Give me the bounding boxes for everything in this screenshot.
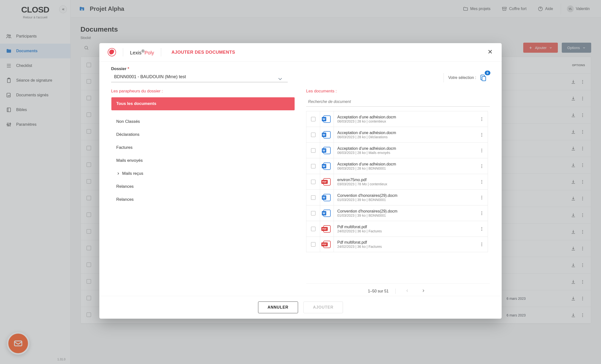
divider bbox=[161, 48, 161, 56]
doc-meta: 03/03/2023 | 78 Mo | contentieux bbox=[337, 182, 472, 186]
word-icon bbox=[323, 163, 331, 170]
document-list: Acceptation d'une adhésion.docm 06/03/20… bbox=[306, 111, 490, 283]
category-item[interactable]: Factures bbox=[111, 141, 295, 154]
doc-checkbox[interactable] bbox=[311, 195, 315, 200]
svg-rect-62 bbox=[482, 76, 486, 81]
svg-point-85 bbox=[482, 228, 482, 229]
doc-name: Pdf multiforat.pdf bbox=[337, 240, 472, 245]
chevron-down-icon bbox=[277, 76, 283, 82]
doc-meta: 06/03/2023 | 28 ko | BDNN0001 bbox=[337, 166, 472, 170]
categories-panel: Les parapheurs du dossier : Tous les doc… bbox=[111, 89, 295, 296]
dossier-select[interactable] bbox=[111, 72, 288, 82]
doc-options[interactable] bbox=[476, 211, 488, 216]
doc-checkbox[interactable] bbox=[311, 227, 315, 231]
document-row[interactable]: Acceptation d'une adhésion.docm 06/03/20… bbox=[306, 127, 488, 142]
doc-name: Acceptation d'une adhésion.docm bbox=[337, 146, 472, 151]
pager-prev[interactable] bbox=[403, 288, 412, 295]
category-label: Non Classés bbox=[116, 119, 140, 124]
add-documents-modal: Lexis®Poly AJOUTER DES DOCUMENTS Dossier… bbox=[99, 43, 502, 319]
selection-counter[interactable]: Votre sélection : 0 bbox=[444, 73, 490, 82]
svg-point-80 bbox=[482, 199, 482, 199]
svg-point-76 bbox=[482, 181, 482, 182]
more-icon bbox=[479, 211, 484, 216]
word-icon bbox=[323, 115, 331, 123]
doc-options[interactable] bbox=[476, 164, 488, 169]
svg-point-78 bbox=[482, 196, 482, 196]
document-row[interactable]: environ75mo.pdf 03/03/2023 | 78 Mo | con… bbox=[306, 174, 488, 189]
document-row[interactable]: Acceptation d'une adhésion.docm 06/03/20… bbox=[306, 111, 488, 127]
dossier-field: Dossier * bbox=[111, 66, 288, 82]
cancel-button[interactable]: ANNULER bbox=[258, 301, 298, 313]
category-item[interactable]: Mails envoyés bbox=[111, 154, 295, 167]
close-button[interactable] bbox=[487, 48, 493, 56]
doc-checkbox[interactable] bbox=[311, 180, 315, 184]
selection-count-badge: 0 bbox=[485, 71, 490, 75]
category-label: Déclarations bbox=[116, 132, 140, 137]
more-icon bbox=[479, 242, 484, 247]
document-row[interactable]: Pdf multiforat.pdf 24/02/2023 | 36 ko | … bbox=[306, 237, 488, 252]
doc-options[interactable] bbox=[476, 148, 488, 153]
brand-text: Lexis®Poly bbox=[130, 49, 154, 56]
close-icon bbox=[487, 49, 493, 55]
svg-point-77 bbox=[482, 183, 482, 184]
doc-checkbox[interactable] bbox=[311, 148, 315, 153]
more-icon bbox=[479, 117, 484, 122]
category-label: Relances bbox=[116, 184, 134, 189]
doc-meta: 06/03/2023 | 28 ko | Déclarations bbox=[337, 135, 472, 139]
svg-point-75 bbox=[482, 180, 482, 181]
svg-point-65 bbox=[482, 120, 482, 121]
confirm-add-button[interactable]: AJOUTER bbox=[303, 301, 343, 313]
svg-point-64 bbox=[482, 119, 482, 119]
doc-checkbox[interactable] bbox=[311, 164, 315, 168]
svg-point-66 bbox=[482, 133, 482, 134]
document-row[interactable]: Convention d'honoraires(29).docm 01/03/2… bbox=[306, 189, 488, 205]
doc-meta: 24/02/2023 | 36 ko | Factures bbox=[337, 245, 472, 249]
document-row[interactable]: Convention d'honoraires(29).docm 01/03/2… bbox=[306, 205, 488, 221]
category-item[interactable]: Non Classés bbox=[111, 115, 295, 128]
document-row[interactable]: Acceptation d'une adhésion.docm 06/03/20… bbox=[306, 158, 488, 174]
pager-range: 1–50 sur 51 bbox=[368, 289, 389, 293]
doc-checkbox[interactable] bbox=[311, 117, 315, 121]
doc-options[interactable] bbox=[476, 242, 488, 247]
category-item[interactable]: Déclarations bbox=[111, 128, 295, 141]
svg-point-86 bbox=[482, 230, 482, 231]
modal-body: Les parapheurs du dossier : Tous les doc… bbox=[99, 84, 502, 296]
category-item[interactable]: Mails reçus bbox=[111, 167, 295, 180]
modal-header: Lexis®Poly AJOUTER DES DOCUMENTS bbox=[99, 43, 502, 62]
doc-meta: 06/03/2023 | 28 ko | Mails envoyés bbox=[337, 151, 472, 155]
documents-title: Les documents : bbox=[306, 89, 490, 94]
modal-footer: ANNULER AJOUTER bbox=[99, 296, 502, 319]
doc-name: Pdf multiforat.pdf bbox=[337, 225, 472, 229]
chevron-left-icon bbox=[405, 289, 409, 293]
more-icon bbox=[479, 195, 484, 200]
category-label: Mails reçus bbox=[122, 171, 143, 176]
document-search-input[interactable] bbox=[306, 97, 490, 107]
category-item[interactable]: Relances bbox=[111, 180, 295, 193]
doc-checkbox[interactable] bbox=[311, 133, 315, 137]
document-row[interactable]: Pdf multiforat.pdf 24/02/2023 | 36 ko | … bbox=[306, 221, 488, 237]
doc-options[interactable] bbox=[476, 195, 488, 200]
svg-point-68 bbox=[482, 136, 482, 137]
more-icon bbox=[479, 226, 484, 231]
doc-name: Convention d'honoraires(29).docm bbox=[337, 209, 472, 213]
pagination: 1–50 sur 51 bbox=[306, 283, 490, 296]
doc-options[interactable] bbox=[476, 179, 488, 184]
document-row[interactable]: Acceptation d'une adhésion.docm 06/03/20… bbox=[306, 142, 488, 158]
more-icon bbox=[479, 132, 484, 137]
doc-options[interactable] bbox=[476, 117, 488, 122]
chevron-right-icon bbox=[116, 172, 120, 176]
doc-options[interactable] bbox=[476, 226, 488, 231]
doc-name: environ75mo.pdf bbox=[337, 178, 472, 182]
category-item[interactable]: Tous les documents bbox=[111, 97, 295, 110]
pager-next[interactable] bbox=[419, 288, 428, 295]
svg-point-81 bbox=[482, 211, 482, 212]
divider bbox=[123, 48, 123, 56]
word-icon bbox=[323, 194, 331, 201]
selection-label: Votre sélection : bbox=[448, 75, 476, 80]
doc-checkbox[interactable] bbox=[311, 242, 315, 247]
category-item[interactable]: Relances bbox=[111, 193, 295, 206]
svg-point-73 bbox=[482, 166, 482, 166]
doc-checkbox[interactable] bbox=[311, 211, 315, 215]
doc-meta: 01/03/2023 | 39 ko | BDNN0001 bbox=[337, 213, 472, 217]
doc-options[interactable] bbox=[476, 132, 488, 137]
